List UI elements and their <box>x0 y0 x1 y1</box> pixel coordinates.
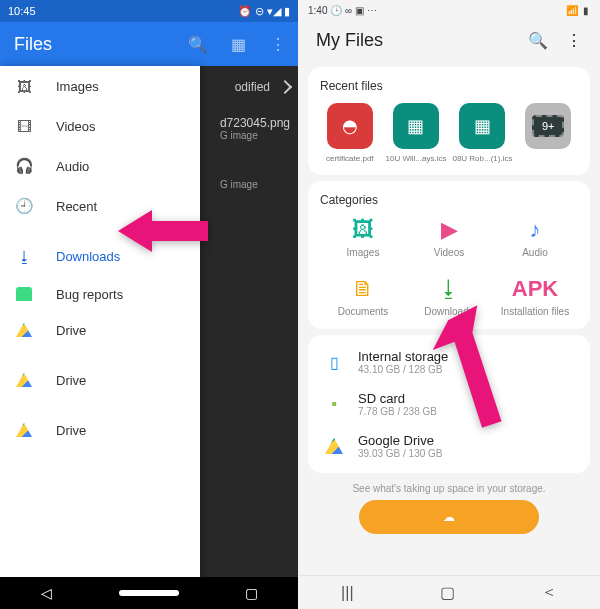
cat-label: Audio <box>522 247 548 258</box>
card-title: Recent files <box>320 79 578 93</box>
annotation-arrow <box>118 206 208 260</box>
redaction <box>48 448 186 462</box>
drawer-item-audio[interactable]: 🎧 Audio <box>0 146 200 186</box>
recent-files-card: Recent files ◓ certificate.pdf ▦ 10U Wil… <box>308 67 590 175</box>
redaction <box>48 398 186 412</box>
bg-file-sub2: G image <box>220 179 290 190</box>
drawer-item-drive[interactable]: Drive <box>0 362 200 398</box>
image-icon: 🖼 <box>320 217 406 243</box>
annotation-arrow <box>420 304 510 438</box>
status-time: 1:40 🕒 ∞ ▣ ⋯ <box>308 5 377 16</box>
drawer-label: Videos <box>56 119 96 134</box>
svg-marker-1 <box>421 304 510 431</box>
home-pill[interactable] <box>119 590 179 596</box>
drawer-label: Bug reports <box>56 287 123 302</box>
cat-images[interactable]: 🖼Images <box>320 217 406 258</box>
cat-label: Documents <box>338 306 389 317</box>
cat-videos[interactable]: ▶Videos <box>406 217 492 258</box>
pdf-icon: ◓ <box>327 103 373 149</box>
page-title: My Files <box>316 30 383 51</box>
recent-label: 08U Rob...(1).ics <box>452 154 512 163</box>
android-icon <box>14 287 34 301</box>
apk-icon: APK <box>492 276 578 302</box>
recent-label: certificate.pdf <box>320 154 380 163</box>
android-nav-bar: ◁ ▢ <box>0 577 298 609</box>
drive-icon <box>322 434 346 458</box>
drive-icon <box>14 373 34 387</box>
more-thumb: 9+ <box>525 103 571 149</box>
status-bar: 1:40 🕒 ∞ ▣ ⋯ 📶 ▮ <box>298 0 600 20</box>
storage-sub: 39.03 GB / 130 GB <box>358 448 443 459</box>
download-icon: ⭳ <box>406 276 492 302</box>
nav-drawer: 🖼 Images 🎞 Videos 🎧 Audio 🕘 Recent ⭳ Dow… <box>0 66 200 577</box>
redaction <box>48 348 186 362</box>
drawer-label: Drive <box>56 373 86 388</box>
analyze-storage-button[interactable]: ☁ <box>359 500 539 534</box>
samsung-nav-bar: ||| ▢ ＜ <box>298 575 600 609</box>
cat-documents[interactable]: 🗎Documents <box>320 276 406 317</box>
nine-plus-badge: 9+ <box>532 115 564 137</box>
drawer-item-bugreports[interactable]: Bug reports <box>0 276 200 312</box>
recent-item-more[interactable]: 9+ <box>518 103 578 163</box>
card-title: Categories <box>320 193 578 207</box>
document-icon: 🗎 <box>320 276 406 302</box>
video-icon: 🎞 <box>14 118 34 135</box>
drawer-item-drive[interactable]: Drive <box>0 312 200 348</box>
recents-button[interactable]: ▢ <box>232 585 272 601</box>
drive-icon <box>14 423 34 437</box>
stock-files-screenshot: 10:45 ⏰ ⊝ ▾◢ ▮ Files 🔍 ▦ ⋮ odified d7230… <box>0 0 298 609</box>
cat-audio[interactable]: ♪Audio <box>492 217 578 258</box>
more-icon[interactable]: ⋮ <box>258 35 298 54</box>
drawer-item-drive[interactable]: Drive <box>0 412 200 448</box>
drawer-label: Audio <box>56 159 89 174</box>
more-icon[interactable]: ⋮ <box>566 31 582 50</box>
bg-file-sub: G image <box>220 130 290 141</box>
drawer-label: Recent <box>56 199 97 214</box>
app-title: Files <box>0 34 52 55</box>
header: My Files 🔍 ⋮ <box>298 20 600 61</box>
cat-label: Installation files <box>501 306 569 317</box>
home-button[interactable]: ▢ <box>440 583 455 602</box>
drawer-label: Drive <box>56 423 86 438</box>
download-icon: ⭳ <box>14 248 34 265</box>
audio-icon: 🎧 <box>14 157 34 175</box>
image-icon: 🖼 <box>14 78 34 95</box>
drive-icon <box>14 323 34 337</box>
back-button[interactable]: ◁ <box>26 585 66 601</box>
recent-item[interactable]: ▦ 10U Will...ays.ics <box>386 103 447 163</box>
video-icon: ▶ <box>406 217 492 243</box>
calendar-icon: ▦ <box>459 103 505 149</box>
status-icons: 📶 ▮ <box>566 5 590 16</box>
storage-hint: See what's taking up space in your stora… <box>298 483 600 494</box>
recent-label: 10U Will...ays.ics <box>386 154 447 163</box>
recent-item[interactable]: ◓ certificate.pdf <box>320 103 380 163</box>
drawer-item-videos[interactable]: 🎞 Videos <box>0 106 200 146</box>
cat-label: Videos <box>434 247 464 258</box>
phone-icon: ▯ <box>322 350 346 374</box>
drawer-item-images[interactable]: 🖼 Images <box>0 66 200 106</box>
audio-icon: ♪ <box>492 217 578 243</box>
cat-label: Images <box>347 247 380 258</box>
recent-icon: 🕘 <box>14 197 34 215</box>
recent-item[interactable]: ▦ 08U Rob...(1).ics <box>452 103 512 163</box>
drawer-label: Drive <box>56 323 86 338</box>
status-bar: 10:45 ⏰ ⊝ ▾◢ ▮ <box>0 0 298 22</box>
status-time: 10:45 <box>8 5 36 17</box>
drawer-label: Images <box>56 79 99 94</box>
grid-view-icon[interactable]: ▦ <box>218 35 258 54</box>
recents-button[interactable]: ||| <box>341 584 353 602</box>
back-button[interactable]: ＜ <box>541 582 557 603</box>
bg-file-name: d723045.png <box>220 116 290 130</box>
drawer-label: Downloads <box>56 249 120 264</box>
calendar-icon: ▦ <box>393 103 439 149</box>
sort-label: odified <box>235 80 270 94</box>
search-icon[interactable]: 🔍 <box>178 35 218 54</box>
status-icons: ⏰ ⊝ ▾◢ ▮ <box>238 5 290 18</box>
chevron-down-icon <box>278 80 292 94</box>
app-bar: Files 🔍 ▦ ⋮ <box>0 22 298 66</box>
search-icon[interactable]: 🔍 <box>528 31 548 50</box>
sd-icon: ▪ <box>322 392 346 416</box>
svg-marker-0 <box>118 210 208 252</box>
